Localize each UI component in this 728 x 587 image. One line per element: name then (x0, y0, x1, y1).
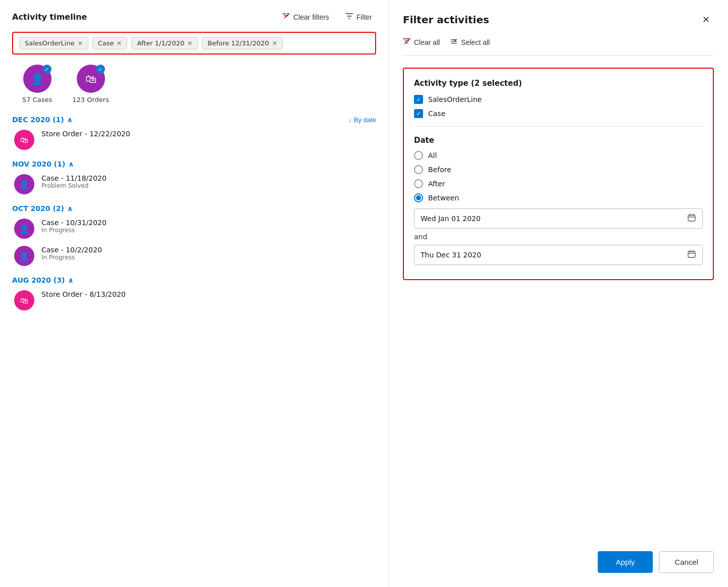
radio-row-all[interactable]: All (414, 151, 703, 160)
timeline-item-oct1: 👤 Case - 10/31/2020 In Progress (12, 219, 376, 239)
radio-between-label: Between (428, 194, 459, 202)
orders-check-badge: ✓ (96, 65, 105, 74)
timeline-item-nov: 👤 Case - 11/18/2020 Problem Solved (12, 174, 376, 194)
bottom-actions: Apply Cancel (598, 551, 714, 573)
chip-salesorderline: SalesOrderLine ✕ (19, 37, 88, 49)
clear-all-icon (403, 37, 411, 47)
radio-before-label: Before (428, 166, 451, 174)
chip-after-label: After 1/1/2020 (137, 39, 184, 47)
end-date-input-row[interactable]: Thu Dec 31 2020 (414, 245, 703, 265)
date-section-title: Date (414, 136, 703, 145)
timeline-item-oct2: 👤 Case - 10/2/2020 In Progress (12, 246, 376, 266)
section-nov2020: NOV 2020 (1) ∧ 👤 Case - 11/18/2020 Probl… (12, 160, 376, 194)
panel-title: Filter activities (403, 14, 489, 26)
left-title: Activity timeline (12, 12, 87, 22)
chip-case-label: Case (98, 39, 114, 47)
checkbox-row-salesorderline: ✓ SalesOrderLine (414, 95, 703, 104)
section-month-nov2020[interactable]: NOV 2020 (1) ∧ (12, 160, 74, 168)
filter-label: Filter (356, 13, 372, 21)
radio-row-after[interactable]: After (414, 179, 703, 188)
item-title-oct2: Case - 10/2/2020 (41, 246, 102, 254)
radio-after[interactable] (414, 179, 423, 188)
filter-chips-container: SalesOrderLine ✕ Case ✕ After 1/1/2020 ✕… (12, 32, 376, 55)
by-date-button[interactable]: ↓ By date (348, 116, 376, 124)
section-month-dec2020[interactable]: DEC 2020 (1) ∧ (12, 116, 73, 124)
radio-between-inner (416, 195, 421, 200)
cancel-button[interactable]: Cancel (659, 551, 714, 573)
apply-button[interactable]: Apply (598, 551, 653, 573)
chip-before-label: Before 12/31/2020 (207, 39, 269, 47)
item-subtitle-nov: Problem Solved (41, 182, 107, 189)
section-aug2020: AUG 2020 (3) ∧ 🛍 Store Order - 8/13/2020 (12, 276, 376, 310)
section-header-dec2020: DEC 2020 (1) ∧ ↓ By date (12, 116, 376, 124)
section-month-oct2020[interactable]: OCT 2020 (2) ∧ (12, 204, 73, 212)
radio-row-before[interactable]: Before (414, 165, 703, 174)
checkbox-row-case: ✓ Case (414, 109, 703, 118)
radio-all[interactable] (414, 151, 423, 160)
summary-row: 👤 ✓ 57 Cases 🛍 ✓ 123 Orders (22, 65, 376, 103)
radio-between[interactable] (414, 193, 423, 202)
orders-icon: 🛍 ✓ (77, 65, 105, 93)
filter-box: Activity type (2 selected) ✓ SalesOrderL… (403, 68, 714, 280)
start-date-input-row[interactable]: Wed Jan 01 2020 (414, 208, 703, 229)
sort-icon: ↓ (348, 116, 352, 124)
chip-salesorderline-label: SalesOrderLine (25, 39, 75, 47)
cases-icon: 👤 ✓ (23, 65, 51, 93)
panel-header: Filter activities ✕ (403, 12, 714, 27)
clear-all-button[interactable]: Clear all (403, 37, 440, 47)
chip-before-close[interactable]: ✕ (272, 40, 277, 46)
divider (414, 126, 703, 127)
radio-row-between[interactable]: Between (414, 193, 703, 202)
item-title-nov: Case - 11/18/2020 (41, 174, 107, 182)
and-label: and (414, 233, 703, 241)
chip-after: After 1/1/2020 ✕ (131, 37, 198, 49)
radio-all-label: All (428, 151, 437, 159)
start-date-value: Wed Jan 01 2020 (421, 215, 687, 223)
radio-before[interactable] (414, 165, 423, 174)
radio-after-label: After (428, 180, 445, 188)
svg-rect-9 (688, 251, 695, 257)
item-content-dec: Store Order - 12/22/2020 (41, 130, 130, 138)
item-content-oct2: Case - 10/2/2020 In Progress (41, 246, 102, 261)
collapse-icon-aug2020: ∧ (68, 276, 74, 284)
checkbox-case[interactable]: ✓ (414, 109, 423, 118)
case-icon-oct2: 👤 (14, 246, 34, 266)
end-date-calendar-icon[interactable] (687, 249, 696, 260)
clear-filters-label: Clear filters (293, 13, 329, 21)
select-all-button[interactable]: Select all (450, 37, 490, 47)
summary-cases: 👤 ✓ 57 Cases (22, 65, 52, 103)
select-all-icon (450, 37, 458, 47)
order-icon-aug: 🛍 (14, 290, 34, 310)
panel-actions: Clear all Select all (403, 37, 714, 56)
item-subtitle-oct2: In Progress (41, 254, 102, 261)
chip-after-close[interactable]: ✕ (187, 40, 192, 46)
close-button[interactable]: ✕ (698, 12, 714, 27)
section-dec2020: DEC 2020 (1) ∧ ↓ By date 🛍 Store Order -… (12, 116, 376, 150)
left-header: Activity timeline Clear filters Filter (12, 10, 376, 24)
chip-salesorderline-close[interactable]: ✕ (78, 40, 83, 46)
checkbox-salesorderline[interactable]: ✓ (414, 95, 423, 104)
select-all-label: Select all (461, 38, 490, 46)
header-actions: Clear filters Filter (278, 10, 376, 24)
section-header-nov2020: NOV 2020 (1) ∧ (12, 160, 376, 168)
order-icon-dec: 🛍 (14, 130, 34, 150)
chip-before: Before 12/31/2020 ✕ (202, 37, 283, 49)
svg-rect-4 (451, 43, 457, 43)
item-title-aug: Store Order - 8/13/2020 (41, 290, 126, 298)
filter-icon (345, 12, 353, 22)
section-header-aug2020: AUG 2020 (3) ∧ (12, 276, 376, 284)
checkbox-case-label: Case (428, 110, 445, 118)
right-panel: Filter activities ✕ Clear all Se (389, 0, 728, 587)
chip-case-close[interactable]: ✕ (117, 40, 122, 46)
cases-label: 57 Cases (22, 96, 52, 103)
section-oct2020: OCT 2020 (2) ∧ 👤 Case - 10/31/2020 In Pr… (12, 204, 376, 266)
filter-button[interactable]: Filter (341, 10, 376, 24)
section-month-aug2020[interactable]: AUG 2020 (3) ∧ (12, 276, 74, 284)
svg-rect-3 (451, 41, 457, 42)
case-icon-oct1: 👤 (14, 219, 34, 239)
orders-label: 123 Orders (72, 96, 109, 103)
section-header-oct2020: OCT 2020 (2) ∧ (12, 204, 376, 212)
start-date-calendar-icon[interactable] (687, 213, 696, 224)
timeline-item-aug: 🛍 Store Order - 8/13/2020 (12, 290, 376, 310)
clear-filters-button[interactable]: Clear filters (278, 10, 333, 24)
